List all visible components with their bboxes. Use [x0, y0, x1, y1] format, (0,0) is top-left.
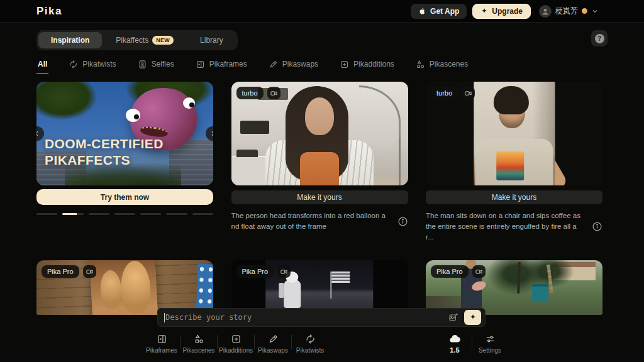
pikaframes-icon	[157, 334, 167, 344]
filter-pikadditions-label: Pikadditions	[353, 60, 394, 69]
pika-pro-badge: Pika Pro	[431, 265, 469, 278]
get-app-button[interactable]: Get App	[411, 4, 467, 19]
monster-eye	[126, 109, 140, 122]
carousel-prev-button[interactable]	[36, 126, 44, 141]
carousel-indicator[interactable]	[36, 213, 57, 215]
pikatwists-icon	[305, 334, 316, 344]
pikatwists-icon	[69, 60, 78, 69]
pro-video-moon[interactable]: Pika Pro	[231, 260, 408, 315]
video-remix-icon	[472, 265, 486, 278]
example-description-row: The person head transforms into a red ba…	[231, 211, 408, 232]
prompt-bar	[157, 308, 486, 327]
carousel-indicator-active[interactable]	[62, 213, 83, 215]
feature-card: DOOM-CERTIFIED PIKAFFECTS Try them now	[36, 82, 213, 243]
bottom-nav: Pikaframes Pikascenes Pikadditions Pikas…	[0, 332, 644, 361]
nav-pikadditions[interactable]: Pikadditions	[218, 332, 254, 354]
filter-selfies[interactable]: Selfies	[136, 57, 175, 74]
filter-pikascenes-label: Pikascenes	[430, 60, 468, 69]
pro-video-garden[interactable]: Pika Pro	[426, 260, 602, 315]
pikascenes-icon	[194, 334, 204, 344]
filter-pikaframes[interactable]: Pikaframes	[194, 57, 248, 74]
selfie-icon	[138, 60, 147, 69]
upgrade-button[interactable]: Upgrade	[472, 4, 531, 19]
pro-card-moon: Pika Pro	[231, 260, 408, 315]
pro-card-lions: Pika Pro MON	[36, 260, 213, 315]
video-remix-icon	[267, 87, 280, 99]
filter-pikaswaps-label: Pikaswaps	[282, 60, 318, 69]
video-remix-icon	[83, 265, 96, 278]
status-dot	[582, 8, 587, 14]
filter-selfies-label: Selfies	[152, 60, 174, 69]
model-version-button[interactable]: 1.5	[438, 332, 472, 354]
top-bar: Pika Get App Upgrade 梗岚芳	[0, 0, 644, 23]
carousel-indicator[interactable]	[89, 213, 109, 215]
nav-label: Settings	[479, 347, 501, 354]
upgrade-label: Upgrade	[492, 7, 523, 16]
attach-image-button[interactable]	[447, 311, 460, 324]
tab-inspiration[interactable]: Inspiration	[38, 32, 102, 48]
info-icon[interactable]	[592, 221, 602, 232]
generate-button[interactable]	[464, 310, 481, 325]
pikadditions-icon	[340, 60, 349, 69]
make-it-yours-button[interactable]: Make it yours	[231, 190, 408, 204]
filter-pikatwists[interactable]: Pikatwists	[67, 57, 117, 74]
kitchen-decor	[240, 121, 269, 134]
nav-pikatwists[interactable]: Pikatwists	[292, 332, 328, 354]
model-version: 1.5	[450, 346, 459, 354]
carousel-indicator[interactable]	[114, 213, 135, 215]
carousel-next-button[interactable]	[206, 126, 213, 141]
example-card-balloon: turbo Make it yours The person head tran…	[231, 82, 408, 243]
tab-library[interactable]: Library	[187, 32, 236, 48]
try-them-now-button[interactable]: Try them now	[36, 189, 213, 205]
nav-settings[interactable]: Settings	[472, 332, 508, 354]
feature-video[interactable]: DOOM-CERTIFIED PIKAFFECTS	[36, 82, 213, 185]
question-icon: ?	[595, 34, 604, 43]
filter-pikadditions[interactable]: Pikadditions	[338, 57, 396, 74]
lamp-decor	[399, 138, 401, 185]
image-add-icon	[448, 312, 458, 322]
example-description: The man sits down on a chair and sips co…	[426, 211, 592, 243]
tshirt-graphic	[496, 151, 524, 180]
help-button[interactable]: ?	[591, 30, 608, 47]
pikaframes-icon	[196, 60, 205, 69]
filter-all[interactable]: All	[36, 57, 48, 74]
filter-pikascenes[interactable]: Pikascenes	[414, 57, 469, 74]
nav-pikascenes[interactable]: Pikascenes	[180, 332, 217, 354]
example-description: The person head transforms into a red ba…	[231, 211, 397, 232]
filter-pikaswaps[interactable]: Pikaswaps	[267, 57, 319, 74]
user-menu[interactable]: 梗岚芳	[536, 5, 599, 18]
nav-label: Pikaframes	[146, 347, 177, 354]
nav-pikaframes[interactable]: Pikaframes	[143, 332, 180, 354]
content-grid: DOOM-CERTIFIED PIKAFFECTS Try them now t…	[36, 82, 602, 315]
make-it-yours-button[interactable]: Make it yours	[426, 190, 602, 204]
info-icon[interactable]	[397, 216, 408, 227]
nav-label: Pikascenes	[182, 347, 214, 354]
example-video-fire[interactable]: turbo	[426, 82, 602, 185]
carousel-indicator[interactable]	[166, 213, 187, 215]
portrait-strip	[474, 82, 555, 185]
person-illustration	[494, 86, 529, 114]
pika-pro-badge: Pika Pro	[42, 265, 79, 278]
username: 梗岚芳	[555, 6, 578, 16]
person-illustration	[305, 97, 334, 135]
pikadditions-icon	[231, 334, 242, 344]
filter-all-label: All	[38, 60, 47, 69]
filter-pikatwists-label: Pikatwists	[82, 60, 116, 69]
example-video-balloon[interactable]: turbo	[231, 82, 408, 185]
carousel-indicator[interactable]	[140, 213, 161, 215]
story-input[interactable]	[165, 313, 447, 322]
bottom-nav-tools: Pikaframes Pikascenes Pikadditions Pikas…	[143, 332, 328, 354]
main-tabs-row: Inspiration Pikaffects NEW Library ?	[36, 30, 608, 50]
pika-logo[interactable]: Pika	[36, 5, 62, 18]
tab-pikaffects[interactable]: Pikaffects NEW	[103, 32, 186, 48]
carousel-indicator[interactable]	[192, 213, 213, 215]
feature-title-line2: PIKAFFECTS	[45, 152, 164, 168]
cloud-icon	[448, 334, 461, 344]
turbo-badge: turbo	[236, 87, 264, 99]
new-badge: NEW	[152, 36, 174, 45]
pikascenes-icon	[416, 60, 425, 69]
filter-pikaframes-label: Pikaframes	[209, 60, 247, 69]
pro-video-lions[interactable]: Pika Pro MON	[36, 260, 213, 315]
monster-eye	[183, 97, 195, 109]
nav-pikaswaps[interactable]: Pikaswaps	[255, 332, 291, 354]
